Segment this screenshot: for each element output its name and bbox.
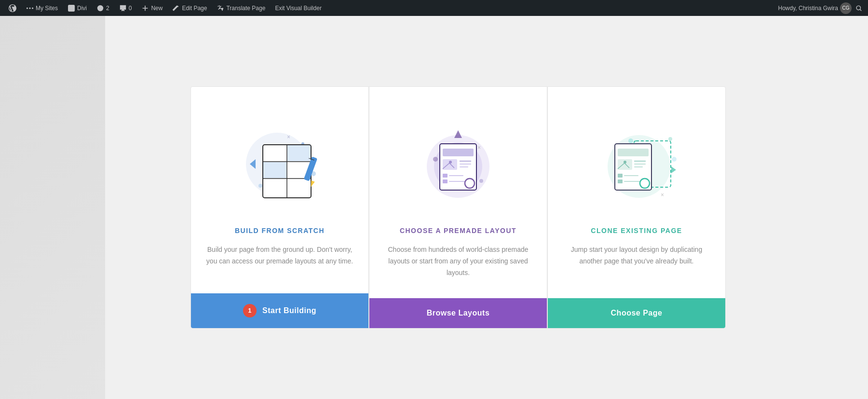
translate-page-menu[interactable]: Translate Page [212,0,270,16]
my-sites-menu[interactable]: My Sites [21,0,63,16]
avatar[interactable]: CG [840,2,852,14]
search-button[interactable] [854,3,864,14]
svg-rect-33 [443,174,448,178]
svg-rect-16 [287,145,311,161]
svg-rect-52 [618,174,623,178]
cards-container: × [183,86,733,328]
start-building-button[interactable]: 1 Start Building [191,293,368,328]
choose-premade-layout-card: × [369,86,547,328]
card1-desc: Build your page from the ground up. Don'… [205,244,354,287]
translate-page-label: Translate Page [226,5,265,12]
card2-title: CHOOSE A PREMADE LAYOUT [400,227,516,234]
card3-button-wrap: Choose Page [548,298,725,328]
svg-marker-22 [454,130,462,138]
start-building-label: Start Building [262,306,316,315]
revisions-menu[interactable]: 2 [92,0,114,16]
svg-point-1 [29,7,30,9]
wp-logo[interactable] [4,0,21,16]
svg-marker-43 [671,166,676,173]
comments-count: 0 [129,5,132,12]
browse-layouts-label: Browse Layouts [427,309,490,317]
choose-page-button[interactable]: Choose Page [548,298,725,328]
exit-visual-builder-menu[interactable]: Exit Visual Builder [270,0,326,16]
start-building-badge: 1 [243,304,257,317]
svg-point-41 [672,157,677,162]
divi-label: Divi [77,5,87,12]
my-sites-label: My Sites [36,5,58,12]
build-from-scratch-illustration: × [227,106,333,212]
new-menu[interactable]: New [136,0,167,16]
howdy-text: Howdy, Christina Gwira [778,5,838,12]
svg-point-40 [628,138,633,143]
svg-point-48 [624,161,626,164]
clone-existing-page-card: × [547,86,726,328]
divi-menu[interactable]: Divi [63,0,92,16]
card1-title: BUILD FROM SCRATCH [235,227,325,234]
choose-premade-illustration: × [405,106,511,212]
card2-button-wrap: Browse Layouts [369,298,547,328]
browse-layouts-button[interactable]: Browse Layouts [369,298,547,328]
svg-point-0 [27,7,28,9]
svg-text:×: × [661,192,664,198]
card1-button-wrap: 1 Start Building [191,293,368,328]
card3-desc: Jump start your layout design by duplica… [562,244,711,287]
svg-rect-27 [443,149,474,156]
choose-page-label: Choose Page [611,309,663,317]
edit-page-menu[interactable]: Edit Page [167,0,212,16]
svg-rect-35 [443,179,448,183]
edit-page-label: Edit Page [182,5,207,12]
main-content: × [0,16,868,399]
card3-title: CLONE EXISTING PAGE [591,227,682,234]
svg-rect-46 [618,149,649,156]
user-info: Howdy, Christina Gwira CG [778,2,864,14]
svg-rect-15 [263,162,286,178]
svg-point-23 [433,157,438,162]
build-from-scratch-card: × [190,86,369,328]
revisions-count: 2 [106,5,109,12]
svg-rect-54 [618,179,623,183]
new-label: New [151,5,163,12]
exit-visual-builder-label: Exit Visual Builder [275,5,322,12]
clone-existing-illustration: × [583,106,690,212]
left-panel-hint [0,16,105,399]
svg-point-8 [258,184,262,188]
admin-bar: My Sites Divi 2 0 New Edit Page [0,0,868,16]
card2-desc: Choose from hundreds of world-class prem… [384,244,532,298]
svg-point-42 [668,137,672,141]
svg-text:×: × [477,144,481,151]
comments-menu[interactable]: 0 [114,0,137,16]
svg-point-29 [449,161,452,164]
svg-point-24 [479,179,483,183]
svg-point-2 [32,7,33,9]
svg-text:×: × [287,134,290,140]
